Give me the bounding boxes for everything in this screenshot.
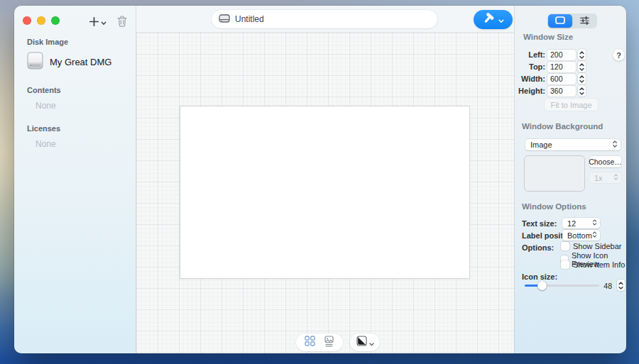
hammer-icon [482, 12, 495, 28]
chevron-down-icon [498, 13, 504, 26]
delete-button[interactable] [116, 15, 128, 31]
contents-value: None [36, 101, 136, 111]
grid-toggle-button[interactable] [305, 336, 315, 349]
width-label: Width: [515, 75, 547, 83]
sidebar-item-disk-image[interactable]: My Great DMG [27, 50, 130, 74]
chevron-up-down-icon [612, 140, 618, 150]
width-field-row: Width: [515, 73, 586, 84]
chevron-down-icon [369, 336, 374, 349]
top-stepper[interactable] [578, 61, 586, 72]
background-image-button[interactable] [324, 336, 334, 350]
tab-advanced-settings[interactable] [572, 14, 596, 28]
appearance-toolbar [350, 333, 380, 351]
app-window: Disk Image My Great DMG Contents None Li… [14, 6, 626, 353]
canvas-view-toolbar [296, 333, 343, 351]
build-button[interactable] [474, 10, 513, 29]
disk-icon [27, 52, 43, 72]
chevron-down-icon [101, 16, 106, 28]
image-scale-select[interactable]: 1x [589, 172, 621, 183]
plus-icon [89, 16, 99, 30]
dmg-window-preview[interactable] [180, 106, 470, 279]
show-sidebar-label: Show Sidebar [573, 242, 622, 250]
sliders-icon [580, 16, 589, 26]
add-button[interactable] [89, 16, 106, 30]
icon-size-value: 48 [601, 282, 612, 290]
document-title-input[interactable] [235, 14, 430, 24]
show-item-info-option: Show Item Info [561, 260, 625, 269]
sidebar-section-licenses: Licenses [27, 124, 136, 133]
document-title-field[interactable] [212, 10, 437, 28]
window-size-header: Window Size [523, 33, 573, 41]
height-field-row: Height: [515, 85, 586, 96]
minimize-button[interactable] [37, 16, 45, 25]
show-sidebar-checkbox[interactable] [561, 242, 569, 250]
layout-canvas[interactable] [136, 33, 514, 353]
licenses-value: None [36, 139, 136, 149]
sidebar: Disk Image My Great DMG Contents None Li… [14, 6, 136, 353]
top-label: Top: [515, 62, 547, 71]
disk-image-name: My Great DMG [50, 57, 111, 67]
trash-icon [116, 18, 128, 30]
slider-track[interactable] [525, 285, 599, 287]
chevron-up-down-icon [613, 173, 618, 182]
show-item-info-checkbox[interactable] [561, 260, 569, 269]
text-size-value: 12 [567, 219, 592, 228]
icon-size-slider[interactable] [525, 281, 599, 290]
window-options-header: Window Options [522, 202, 586, 211]
chevron-up-down-icon [592, 219, 597, 228]
top-field-row: Top: [515, 61, 586, 72]
left-input[interactable] [547, 50, 576, 60]
left-stepper[interactable] [578, 49, 586, 60]
label-position-select[interactable]: Bottom [562, 230, 600, 241]
tab-window-settings[interactable] [548, 14, 572, 28]
window-controls [23, 16, 60, 25]
background-type-select[interactable]: Image [525, 139, 621, 150]
height-label: Height: [515, 87, 547, 95]
show-item-info-label: Show Item Info [573, 260, 625, 269]
background-image-preview[interactable] [524, 155, 585, 192]
main-toolbar [136, 6, 514, 33]
label-position-value: Bottom [567, 231, 592, 240]
icon-size-label: Icon size: [522, 272, 557, 281]
show-sidebar-option: Show Sidebar [561, 242, 622, 250]
help-button[interactable]: ? [613, 49, 625, 61]
icon-size-stepper[interactable] [617, 280, 625, 291]
drive-icon [219, 13, 230, 26]
fit-to-image-button[interactable]: Fit to Image [545, 99, 598, 111]
height-stepper[interactable] [578, 85, 586, 96]
sidebar-section-disk-image: Disk Image [27, 38, 136, 46]
window-background-header: Window Background [522, 122, 603, 131]
background-type-value: Image [530, 140, 612, 149]
left-field-row: Left: [515, 49, 586, 60]
options-label: Options: [522, 243, 554, 252]
desktop: { "app": { "colors": { "accent": "#1584f… [0, 0, 639, 364]
slider-knob[interactable] [537, 281, 547, 290]
text-size-select[interactable]: 12 [562, 218, 600, 228]
width-stepper[interactable] [578, 73, 586, 84]
appearance-menu-button[interactable] [356, 336, 374, 349]
window-icon [555, 16, 565, 26]
left-label: Left: [515, 50, 547, 59]
chevron-up-down-icon [592, 231, 597, 240]
close-button[interactable] [23, 16, 31, 25]
choose-image-button[interactable]: Choose… [589, 156, 621, 167]
top-input[interactable] [547, 62, 576, 72]
height-input[interactable] [547, 86, 576, 96]
sidebar-section-contents: Contents [27, 86, 136, 94]
image-scale-value: 1x [594, 174, 613, 182]
inspector-panel: Window Size Left: Top: Width: Height: ? … [514, 6, 626, 353]
inspector-tabs [547, 13, 597, 28]
zoom-button[interactable] [51, 16, 60, 25]
text-size-label: Text size: [522, 219, 557, 228]
main-area [136, 6, 514, 353]
width-input[interactable] [547, 74, 576, 84]
appearance-icon [356, 336, 367, 349]
